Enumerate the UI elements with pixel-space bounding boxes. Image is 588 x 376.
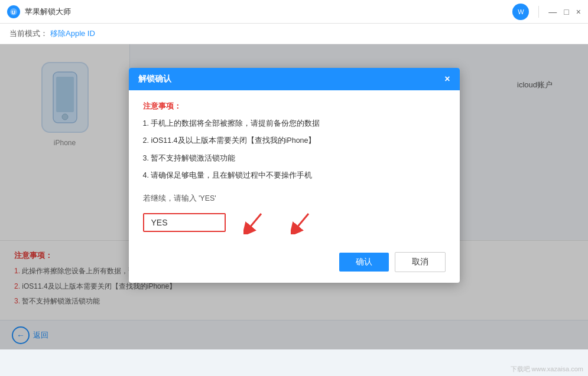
svg-line-8 [294,214,308,231]
user-avatar: W [512,4,529,20]
watermark: 下载吧 www.xazaisa.com [511,365,583,374]
dialog-body: 注意事项： 1. 手机上的数据将全部被擦除，请提前备份您的数据 2. iOS11… [129,90,460,246]
dialog-note-4: 4. 请确保足够电量，且在解锁过程中不要操作手机 [143,169,446,182]
dialog-header: 解锁确认 × [129,68,460,90]
input-label: 若继续，请输入 'YES' [143,194,216,204]
yes-input[interactable] [143,213,226,232]
yes-input-wrapper [143,213,226,232]
title-left: U 苹果解锁大师 [7,5,71,18]
dialog: 解锁确认 × 注意事项： 1. 手机上的数据将全部被擦除，请提前备份您的数据 2… [129,68,460,283]
modal-overlay: 解锁确认 × 注意事项： 1. 手机上的数据将全部被擦除，请提前备份您的数据 2… [0,44,588,349]
window-controls: — □ × [548,7,581,17]
dialog-title: 解锁确认 [138,74,171,84]
svg-text:U: U [12,9,16,15]
dialog-notes-title: 注意事项： [143,101,446,112]
dialog-close-button[interactable]: × [444,74,450,84]
main-content: iPhone icloud账户 注意事项： 1. 此操作将擦除您设备上所有数据，… [0,44,588,349]
dialog-note-2: 2. iOS11.4及以上版本需要关闭【查找我的iPhone】 [143,135,446,147]
dialog-input-section: 若继续，请输入 'YES' [143,194,446,204]
dialog-note-1: 1. 手机上的数据将全部被擦除，请提前备份您的数据 [143,117,446,130]
mode-label: 当前模式： [9,28,48,39]
mode-bar: 当前模式： 移除Apple ID [0,24,588,44]
user-area[interactable]: W [512,4,529,20]
app-icon: U [7,5,20,18]
mode-value: 移除Apple ID [50,28,95,39]
app-title: 苹果解锁大师 [25,6,71,17]
dialog-footer: 确认 取消 [129,246,460,283]
arrow-to-input [243,211,279,234]
minimize-button[interactable]: — [548,7,557,17]
arrow-to-confirm-spacer [291,211,326,234]
arrow-to-confirm [291,211,326,234]
dialog-note-3: 3. 暂不支持解锁激活锁功能 [143,152,446,165]
cancel-button[interactable]: 取消 [395,252,446,272]
title-bar: U 苹果解锁大师 W — □ × [0,0,588,24]
title-right: W — □ × [512,4,581,20]
close-button[interactable]: × [576,7,581,17]
confirm-button[interactable]: 确认 [339,253,389,272]
restore-button[interactable]: □ [564,7,568,17]
svg-line-6 [246,214,261,231]
divider [538,6,539,18]
